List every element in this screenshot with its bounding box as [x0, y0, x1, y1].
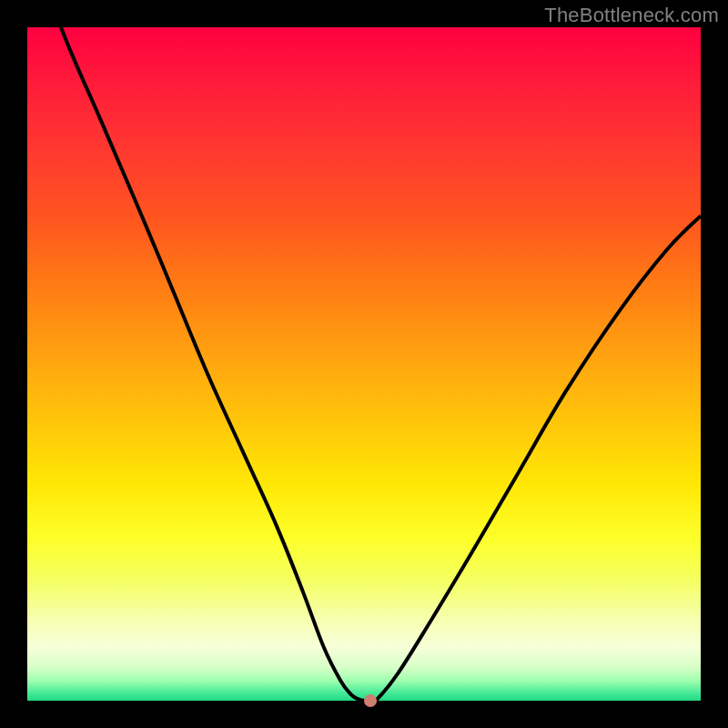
curve-path	[27, 27, 701, 701]
chart-container: TheBottleneck.com	[0, 0, 728, 728]
plot-area	[27, 27, 701, 701]
watermark-text: TheBottleneck.com	[544, 4, 719, 27]
optimal-point-marker	[364, 694, 377, 707]
bottleneck-curve	[27, 27, 701, 701]
